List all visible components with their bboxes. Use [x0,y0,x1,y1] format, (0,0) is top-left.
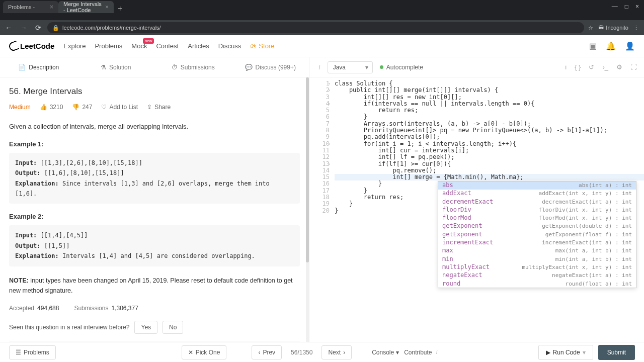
tab-submissions[interactable]: ⏱Submissions [154,57,232,77]
editor-panel: i Java Autocomplete i { } ↺ ›_ ⚙ ⛶ 12345… [309,57,644,342]
description-icon: 📄 [18,64,26,71]
autocomplete-status[interactable]: Autocomplete [380,64,423,71]
autocomplete-item[interactable]: floorDivfloorDiv(int x, int y) : int [438,206,636,214]
problem-panel: 📄Description ⚗Solution ⏱Submissions 💬Dis… [0,57,309,342]
difficulty-badge: Medium [9,104,31,111]
star-icon[interactable]: ☆ [588,25,593,31]
problem-title: 56. Merge Intervals [9,86,300,97]
nav-explore[interactable]: Explore [63,42,86,50]
logo-icon [8,40,19,52]
address-bar-row: ← → ⟳ 🔒 leetcode.com/problems/merge-inte… [0,20,644,35]
favorite-button[interactable]: ♡Add to List [101,104,138,111]
problem-body: 56. Merge Intervals Medium 👍3210 👎247 ♡A… [0,77,309,342]
minimize-icon[interactable]: — [612,3,618,10]
forward-icon: → [18,24,29,32]
autocomplete-item[interactable]: getExponentgetExponent(float f) : int [438,230,636,238]
close-icon[interactable]: × [105,4,109,11]
problem-tabs: 📄Description ⚗Solution ⏱Submissions 💬Dis… [0,57,309,77]
info-icon[interactable]: i [565,63,567,71]
tab-strip: Problems -× Merge Intervals - LeetCode× … [0,0,644,13]
nav-articles[interactable]: Articles [188,42,209,50]
back-icon[interactable]: ← [3,24,14,32]
address-bar[interactable]: 🔒 leetcode.com/problems/merge-intervals/ [47,22,584,33]
browser-tab[interactable]: Problems -× [3,1,58,13]
close-icon[interactable]: × [50,4,53,11]
fullscreen-icon[interactable]: ⛶ [630,63,637,71]
problem-description: Given a collection of intervals, merge a… [9,122,300,132]
autocomplete-item[interactable]: roundround(float a) : int [438,280,636,288]
nav-contest[interactable]: Contest [156,42,179,50]
terminal-icon[interactable]: ›_ [602,63,608,71]
line-gutter: 1234567891011121314151617181920 [309,80,335,342]
stats-row: Accepted494,688 Submissions1,306,377 [9,305,300,312]
nav-store[interactable]: 🛍Store [250,42,274,50]
example-heading: Example 2: [9,213,300,220]
autocomplete-item[interactable]: negateExactnegateExact(int a) : int [438,272,636,280]
interview-row: Seen this question in a real interview b… [9,321,300,334]
braces-icon[interactable]: { } [575,63,581,71]
language-select[interactable]: Java [328,61,373,73]
reset-icon[interactable]: ↺ [589,63,594,71]
clock-icon: ⏱ [172,64,178,71]
browser-tab[interactable]: Merge Intervals - LeetCode× [58,1,114,13]
heart-icon: ♡ [101,104,107,111]
example-block: Input: [[1,3],[2,6],[8,10],[15,18]]Outpu… [9,153,300,204]
lock-icon: 🔒 [52,25,59,31]
avatar[interactable]: 👤 [625,41,635,51]
no-button[interactable]: No [163,321,183,334]
autocomplete-item[interactable]: absabs(int a) : int [438,182,636,190]
tab-solution[interactable]: ⚗Solution [77,57,155,77]
meta-row: Medium 👍3210 👎247 ♡Add to List ⇪Share [9,104,300,111]
store-icon: 🛍 [250,42,257,50]
autocomplete-item[interactable]: incrementExactincrementExact(int a) : in… [438,239,636,247]
maximize-icon[interactable]: □ [625,3,628,10]
status-dot-icon [380,65,383,69]
autocomplete-item[interactable]: minmin(int a, int b) : int [438,255,636,263]
yes-button[interactable]: Yes [134,321,157,334]
scrollbar[interactable] [306,77,309,342]
autocomplete-item[interactable]: getExponentgetExponent(double d) : int [438,222,636,230]
new-tab-button[interactable]: + [114,4,126,13]
autocomplete-item[interactable]: addExactaddExact(int x, int y) : int [438,190,636,198]
autocomplete-popup[interactable]: absabs(int a) : intaddExactaddExact(int … [438,181,636,289]
note-text: NOTE: input types have been changed on A… [9,276,300,296]
autocomplete-item[interactable]: decrementExactdecrementExact(int a) : in… [438,198,636,206]
dislike-button[interactable]: 👎247 [72,104,92,111]
example-block: Input: [[1,4],[4,5]]Output: [[1,5]]Expla… [9,225,300,266]
playground-icon[interactable]: ▣ [589,41,597,51]
close-window-icon[interactable]: × [635,3,639,10]
main-split: 📄Description ⚗Solution ⏱Submissions 💬Dis… [0,57,644,342]
thumbs-down-icon: 👎 [72,104,79,111]
tab-title: Merge Intervals - LeetCode [63,1,102,13]
chat-icon: 💬 [245,64,253,71]
autocomplete-item[interactable]: maxmax(int a, int b) : int [438,247,636,255]
nav-discuss[interactable]: Discuss [218,42,242,50]
url-text: leetcode.com/problems/merge-intervals/ [62,25,161,31]
tab-discuss[interactable]: 💬Discuss (999+) [232,57,309,77]
example-heading: Example 1: [9,140,300,148]
window-controls: — □ × [607,0,644,13]
reload-icon[interactable]: ⟳ [33,24,43,32]
tab-title: Problems - [8,4,35,10]
new-badge: new [143,38,154,44]
autocomplete-item[interactable]: multiplyExactmultiplyExact(int x, int y)… [438,263,636,271]
flask-icon: ⚗ [101,64,106,71]
nav-mock[interactable]: Mocknew [131,42,147,50]
editor-tools: i { } ↺ ›_ ⚙ ⛶ [565,63,637,71]
browser-chrome: Problems -× Merge Intervals - LeetCode× … [0,0,644,20]
share-button[interactable]: ⇪Share [147,104,171,111]
gear-icon[interactable]: ⚙ [616,63,622,71]
autocomplete-item[interactable]: floorModfloorMod(int x, int y) : int [438,214,636,222]
logo[interactable]: LeetCode [9,42,54,51]
like-button[interactable]: 👍3210 [40,104,63,111]
menu-icon[interactable]: ⋮ [633,25,639,31]
editor-header: i Java Autocomplete i { } ↺ ›_ ⚙ ⛶ [309,57,644,77]
code-editor[interactable]: 1234567891011121314151617181920 class So… [309,77,644,342]
bell-icon[interactable]: 🔔 [606,41,616,51]
tab-description[interactable]: 📄Description [0,57,77,77]
site-header: LeetCode Explore Problems Mocknew Contes… [0,35,644,57]
thumbs-up-icon: 👍 [40,104,47,111]
nav-problems[interactable]: Problems [95,42,122,50]
share-icon: ⇪ [147,104,152,111]
info-icon[interactable]: i [318,63,320,71]
